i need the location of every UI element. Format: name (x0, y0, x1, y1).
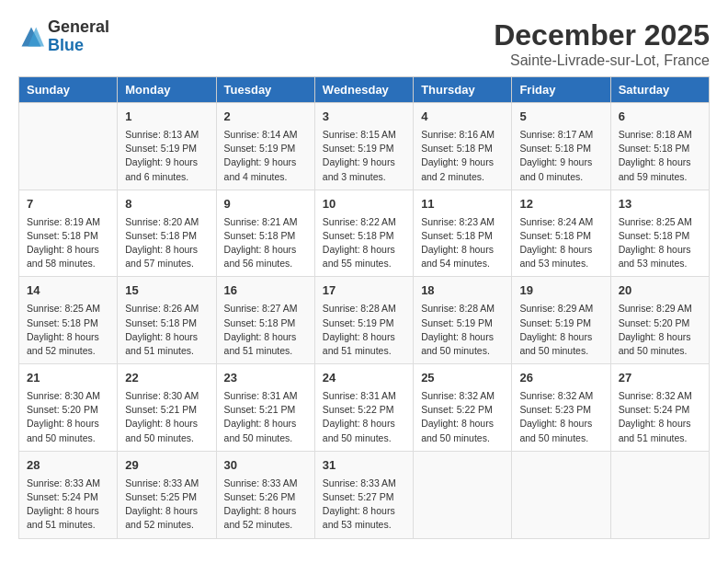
cell-info: Sunrise: 8:33 AMSunset: 5:27 PMDaylight:… (323, 477, 405, 533)
day-number: 26 (519, 370, 602, 387)
day-number: 10 (323, 196, 405, 213)
day-number: 9 (224, 196, 307, 213)
cell-w1-d7: 6Sunrise: 8:18 AMSunset: 5:18 PMDaylight… (610, 103, 709, 190)
week-row-5: 28Sunrise: 8:33 AMSunset: 5:24 PMDayligh… (19, 451, 710, 538)
day-number: 5 (519, 109, 602, 126)
logo-general: General (48, 18, 109, 37)
cell-info: Sunrise: 8:32 AMSunset: 5:24 PMDaylight:… (619, 389, 701, 445)
cell-info: Sunrise: 8:29 AMSunset: 5:19 PMDaylight:… (519, 302, 602, 358)
column-header-friday: Friday (512, 77, 610, 103)
header-row: SundayMondayTuesdayWednesdayThursdayFrid… (19, 77, 710, 103)
column-header-monday: Monday (118, 77, 216, 103)
day-number: 4 (421, 109, 504, 126)
column-header-wednesday: Wednesday (314, 77, 413, 103)
day-number: 1 (125, 109, 208, 126)
day-number: 14 (27, 282, 109, 300)
cell-w5-d5 (414, 451, 512, 538)
cell-w4-d7: 27Sunrise: 8:32 AMSunset: 5:24 PMDayligh… (610, 364, 709, 452)
cell-info: Sunrise: 8:18 AMSunset: 5:18 PMDaylight:… (619, 128, 701, 184)
day-number: 30 (224, 457, 307, 475)
cell-w4-d6: 26Sunrise: 8:32 AMSunset: 5:23 PMDayligh… (512, 364, 610, 452)
cell-info: Sunrise: 8:21 AMSunset: 5:18 PMDaylight:… (224, 215, 307, 271)
cell-info: Sunrise: 8:33 AMSunset: 5:25 PMDaylight:… (125, 477, 208, 533)
cell-w3-d6: 19Sunrise: 8:29 AMSunset: 5:19 PMDayligh… (512, 277, 610, 364)
cell-info: Sunrise: 8:23 AMSunset: 5:18 PMDaylight:… (421, 215, 504, 271)
page-header: General Blue December 2025 Sainte-Livrad… (18, 18, 710, 69)
cell-w3-d2: 15Sunrise: 8:26 AMSunset: 5:18 PMDayligh… (118, 277, 216, 364)
subtitle: Sainte-Livrade-sur-Lot, France (494, 52, 710, 69)
cell-info: Sunrise: 8:32 AMSunset: 5:23 PMDaylight:… (519, 389, 602, 445)
cell-info: Sunrise: 8:20 AMSunset: 5:18 PMDaylight:… (125, 215, 208, 271)
logo-icon (18, 24, 44, 50)
main-title: December 2025 (494, 18, 710, 52)
day-number: 17 (323, 282, 405, 300)
cell-info: Sunrise: 8:19 AMSunset: 5:18 PMDaylight:… (27, 215, 109, 271)
cell-w2-d2: 8Sunrise: 8:20 AMSunset: 5:18 PMDaylight… (118, 190, 216, 277)
cell-w4-d1: 21Sunrise: 8:30 AMSunset: 5:20 PMDayligh… (19, 364, 118, 452)
cell-info: Sunrise: 8:29 AMSunset: 5:20 PMDaylight:… (619, 302, 701, 358)
column-header-thursday: Thursday (414, 77, 512, 103)
cell-w4-d3: 23Sunrise: 8:31 AMSunset: 5:21 PMDayligh… (216, 364, 314, 452)
logo-blue: Blue (48, 37, 109, 55)
day-number: 20 (619, 282, 701, 300)
day-number: 11 (421, 196, 504, 213)
cell-w5-d4: 31Sunrise: 8:33 AMSunset: 5:27 PMDayligh… (314, 451, 413, 538)
cell-w2-d6: 12Sunrise: 8:24 AMSunset: 5:18 PMDayligh… (512, 190, 610, 277)
cell-w3-d1: 14Sunrise: 8:25 AMSunset: 5:18 PMDayligh… (19, 277, 118, 364)
day-number: 23 (224, 370, 307, 387)
day-number: 13 (619, 196, 701, 213)
cell-info: Sunrise: 8:16 AMSunset: 5:18 PMDaylight:… (421, 128, 504, 184)
cell-w2-d5: 11Sunrise: 8:23 AMSunset: 5:18 PMDayligh… (414, 190, 512, 277)
day-number: 18 (421, 282, 504, 300)
day-number: 25 (421, 370, 504, 387)
logo-text: General Blue (48, 18, 109, 55)
calendar-body: 1Sunrise: 8:13 AMSunset: 5:19 PMDaylight… (19, 103, 710, 539)
day-number: 3 (323, 109, 405, 126)
cell-w5-d7 (610, 451, 709, 538)
calendar-table: SundayMondayTuesdayWednesdayThursdayFrid… (18, 76, 710, 539)
day-number: 15 (125, 282, 208, 300)
column-header-saturday: Saturday (610, 77, 709, 103)
cell-info: Sunrise: 8:33 AMSunset: 5:26 PMDaylight:… (224, 477, 307, 533)
cell-w5-d6 (512, 451, 610, 538)
cell-info: Sunrise: 8:14 AMSunset: 5:19 PMDaylight:… (224, 128, 307, 184)
cell-w1-d1 (19, 103, 118, 190)
cell-w4-d2: 22Sunrise: 8:30 AMSunset: 5:21 PMDayligh… (118, 364, 216, 452)
cell-info: Sunrise: 8:13 AMSunset: 5:19 PMDaylight:… (125, 128, 208, 184)
cell-w1-d2: 1Sunrise: 8:13 AMSunset: 5:19 PMDaylight… (118, 103, 216, 190)
day-number: 6 (619, 109, 701, 126)
title-block: December 2025 Sainte-Livrade-sur-Lot, Fr… (494, 18, 710, 69)
cell-info: Sunrise: 8:32 AMSunset: 5:22 PMDaylight:… (421, 389, 504, 445)
column-header-sunday: Sunday (19, 77, 118, 103)
calendar-header: SundayMondayTuesdayWednesdayThursdayFrid… (19, 77, 710, 103)
cell-w1-d3: 2Sunrise: 8:14 AMSunset: 5:19 PMDaylight… (216, 103, 314, 190)
cell-info: Sunrise: 8:22 AMSunset: 5:18 PMDaylight:… (323, 215, 405, 271)
cell-w1-d4: 3Sunrise: 8:15 AMSunset: 5:19 PMDaylight… (314, 103, 413, 190)
day-number: 24 (323, 370, 405, 387)
cell-w4-d4: 24Sunrise: 8:31 AMSunset: 5:22 PMDayligh… (314, 364, 413, 452)
cell-w2-d7: 13Sunrise: 8:25 AMSunset: 5:18 PMDayligh… (610, 190, 709, 277)
week-row-4: 21Sunrise: 8:30 AMSunset: 5:20 PMDayligh… (19, 364, 710, 452)
cell-info: Sunrise: 8:30 AMSunset: 5:20 PMDaylight:… (27, 389, 109, 445)
cell-info: Sunrise: 8:27 AMSunset: 5:18 PMDaylight:… (224, 302, 307, 358)
day-number: 21 (27, 370, 109, 387)
cell-info: Sunrise: 8:30 AMSunset: 5:21 PMDaylight:… (125, 389, 208, 445)
day-number: 12 (519, 196, 602, 213)
cell-w3-d3: 16Sunrise: 8:27 AMSunset: 5:18 PMDayligh… (216, 277, 314, 364)
day-number: 28 (27, 457, 109, 475)
week-row-1: 1Sunrise: 8:13 AMSunset: 5:19 PMDaylight… (19, 103, 710, 190)
cell-info: Sunrise: 8:15 AMSunset: 5:19 PMDaylight:… (323, 128, 405, 184)
cell-w2-d4: 10Sunrise: 8:22 AMSunset: 5:18 PMDayligh… (314, 190, 413, 277)
cell-w1-d5: 4Sunrise: 8:16 AMSunset: 5:18 PMDaylight… (414, 103, 512, 190)
cell-info: Sunrise: 8:24 AMSunset: 5:18 PMDaylight:… (519, 215, 602, 271)
week-row-3: 14Sunrise: 8:25 AMSunset: 5:18 PMDayligh… (19, 277, 710, 364)
day-number: 29 (125, 457, 208, 475)
column-header-tuesday: Tuesday (216, 77, 314, 103)
day-number: 22 (125, 370, 208, 387)
cell-info: Sunrise: 8:17 AMSunset: 5:18 PMDaylight:… (519, 128, 602, 184)
cell-w3-d7: 20Sunrise: 8:29 AMSunset: 5:20 PMDayligh… (610, 277, 709, 364)
cell-w5-d3: 30Sunrise: 8:33 AMSunset: 5:26 PMDayligh… (216, 451, 314, 538)
cell-info: Sunrise: 8:33 AMSunset: 5:24 PMDaylight:… (27, 477, 109, 533)
cell-w5-d1: 28Sunrise: 8:33 AMSunset: 5:24 PMDayligh… (19, 451, 118, 538)
day-number: 27 (619, 370, 701, 387)
